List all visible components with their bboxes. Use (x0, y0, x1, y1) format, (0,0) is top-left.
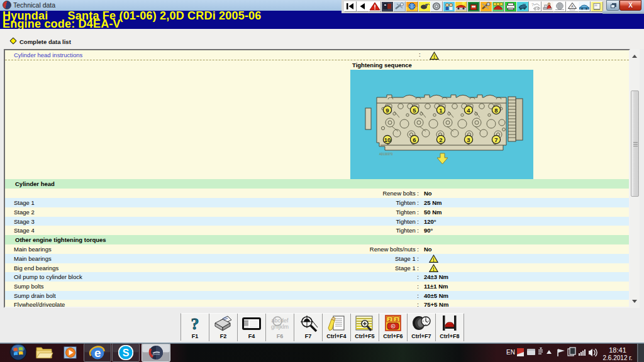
svg-text:6: 6 (413, 136, 416, 143)
svg-text:8: 8 (494, 107, 497, 114)
svg-text:e: e (94, 346, 101, 359)
svg-text:3: 3 (395, 317, 398, 322)
svg-text:9: 9 (386, 107, 389, 114)
svg-text:18:41: 18:41 (609, 346, 626, 354)
svg-text:5: 5 (413, 107, 416, 114)
svg-text:AD130373: AD130373 (379, 153, 393, 156)
svg-text:3: 3 (467, 136, 470, 143)
svg-text:2.6.2012 г.: 2.6.2012 г. (603, 354, 633, 361)
svg-text:EN: EN (506, 349, 515, 356)
svg-text:S: S (123, 348, 130, 358)
svg-text:10: 10 (384, 136, 391, 143)
svg-text:2: 2 (388, 317, 391, 322)
svg-text:?: ? (191, 315, 199, 333)
svg-text:1: 1 (439, 107, 443, 114)
svg-text:?: ? (531, 3, 534, 7)
svg-text:4: 4 (467, 107, 470, 114)
svg-text:7: 7 (494, 136, 497, 143)
svg-text:2: 2 (439, 136, 442, 143)
